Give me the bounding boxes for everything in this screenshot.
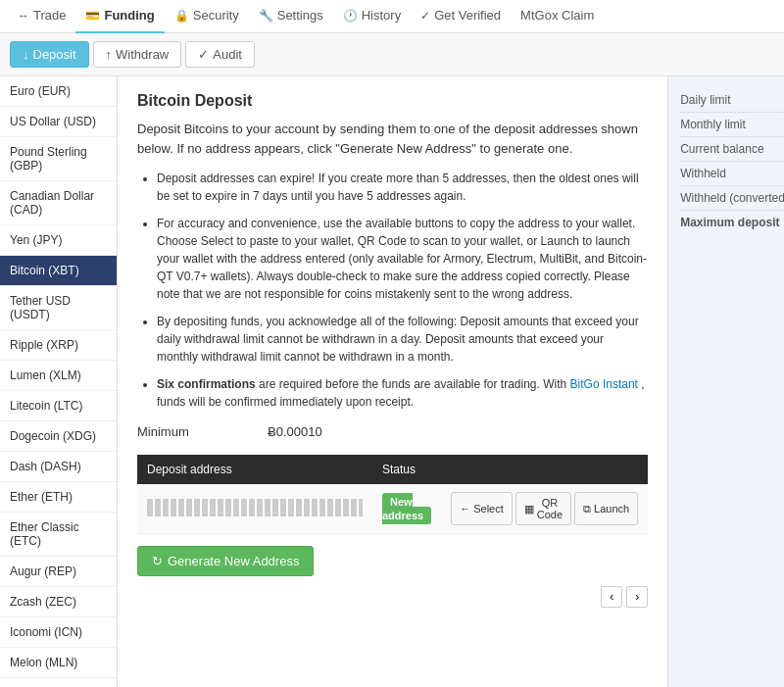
bitgo-instant-link[interactable]: BitGo Instant (570, 377, 638, 391)
sidebar-item-dash[interactable]: Dash (DASH) (0, 452, 117, 482)
right-panel: Daily limit Monthly limit Current balanc… (667, 76, 784, 687)
monthly-limit-label: Monthly limit (680, 118, 746, 131)
minimum-label: Minimum (137, 424, 189, 439)
bullet-list: Deposit addresses can expire! If you cre… (157, 170, 648, 411)
col-address: Deposit address (137, 455, 372, 484)
sidebar-item-usd[interactable]: US Dollar (USD) (0, 107, 117, 137)
nav-getverified[interactable]: ✓ Get Verified (411, 0, 511, 33)
action-buttons: ← Select ▦ QR Code ⧉ Launch (451, 492, 638, 525)
settings-icon: 🔧 (259, 9, 273, 23)
limit-section: Daily limit Monthly limit Current balanc… (680, 88, 784, 234)
withdraw-btn[interactable]: ↑ Withdraw (93, 41, 182, 68)
minimum-row: Minimum Ƀ0.00010 (137, 424, 648, 439)
sidebar-item-gbp[interactable]: Pound Sterling (GBP) (0, 137, 117, 181)
minimum-value: Ƀ0.00010 (268, 424, 322, 439)
sub-nav: ↓ Deposit ↑ Withdraw ✓ Audit (0, 33, 784, 76)
sidebar-item-xmr[interactable]: Monero (XMR) (0, 678, 117, 687)
current-balance-row: Current balance (680, 137, 784, 162)
withheld-converted-row: Withheld (converted) (680, 186, 784, 211)
main-content: Bitcoin Deposit Deposit Bitcoins to your… (118, 76, 667, 687)
select-icon: ← (460, 503, 470, 515)
max-deposit-label: Maximum deposit (680, 216, 779, 229)
sidebar-item-mln[interactable]: Melon (MLN) (0, 648, 117, 678)
launch-icon: ⧉ (583, 503, 591, 515)
funding-icon: 💳 (85, 9, 100, 23)
content-area: Bitcoin Deposit Deposit Bitcoins to your… (118, 76, 784, 687)
top-nav: ↔ Trade 💳 Funding 🔒 Security 🔧 Settings … (0, 0, 784, 33)
address-cell (137, 484, 372, 534)
sidebar-item-eth[interactable]: Ether (ETH) (0, 482, 117, 513)
table-header-row: Deposit address Status (137, 455, 648, 484)
sidebar-item-zec[interactable]: Zcash (ZEC) (0, 587, 117, 617)
sidebar: Euro (EUR) US Dollar (USD) Pound Sterlin… (0, 76, 118, 687)
sidebar-item-xlm[interactable]: Lumen (XLM) (0, 361, 117, 391)
nav-history[interactable]: 🕐 History (333, 0, 411, 33)
col-status: Status (372, 455, 441, 484)
sidebar-item-etc[interactable]: Ether Classic (ETC) (0, 513, 117, 557)
qr-icon: ▦ (524, 503, 534, 515)
withdraw-icon: ↑ (106, 47, 113, 62)
nav-trade[interactable]: ↔ Trade (8, 0, 75, 33)
main-layout: Euro (EUR) US Dollar (USD) Pound Sterlin… (0, 76, 784, 687)
daily-limit-label: Daily limit (680, 93, 730, 107)
sidebar-item-usdt[interactable]: Tether USD (USDT) (0, 286, 117, 330)
next-page-btn[interactable]: › (626, 586, 648, 608)
audit-btn[interactable]: ✓ Audit (185, 41, 255, 68)
security-icon: 🔒 (174, 9, 189, 23)
sidebar-item-eur[interactable]: Euro (EUR) (0, 76, 117, 107)
pagination: ‹ › (137, 586, 648, 608)
nav-mtgox[interactable]: MtGox Claim (511, 0, 604, 33)
bullet-4: Six confirmations are required before th… (157, 375, 648, 411)
table-row: New address ← Select ▦ QR Code (137, 484, 648, 534)
withheld-converted-label: Withheld (converted) (680, 191, 784, 205)
sidebar-item-rep[interactable]: Augur (REP) (0, 557, 117, 587)
sidebar-item-jpy[interactable]: Yen (JPY) (0, 225, 117, 256)
prev-page-btn[interactable]: ‹ (601, 586, 622, 608)
select-btn[interactable]: ← Select (451, 492, 513, 525)
status-badge: New address (382, 493, 431, 524)
bullet-3: By depositing funds, you acknowledge all… (157, 313, 648, 366)
sidebar-item-cad[interactable]: Canadian Dollar (CAD) (0, 181, 117, 225)
deposit-icon: ↓ (23, 47, 29, 62)
history-icon: 🕐 (343, 9, 358, 23)
current-balance-label: Current balance (680, 142, 763, 156)
col-actions (441, 455, 648, 484)
bullet-1: Deposit addresses can expire! If you cre… (157, 170, 648, 205)
deposit-btn[interactable]: ↓ Deposit (10, 41, 89, 68)
deposit-table: Deposit address Status New address (137, 455, 648, 534)
qrcode-btn[interactable]: ▦ QR Code (515, 492, 571, 525)
sidebar-item-xbt[interactable]: Bitcoin (XBT) (0, 256, 117, 286)
trade-icon: ↔ (18, 9, 29, 23)
page-title: Bitcoin Deposit (137, 92, 648, 110)
max-deposit-row: Maximum deposit (680, 211, 784, 234)
withheld-row: Withheld (680, 162, 784, 186)
audit-icon: ✓ (198, 47, 209, 62)
nav-security[interactable]: 🔒 Security (165, 0, 249, 33)
withheld-label: Withheld (680, 167, 726, 180)
bullet-2: For accuracy and convenience, use the av… (157, 215, 648, 303)
action-cell: ← Select ▦ QR Code ⧉ Launch (441, 484, 648, 534)
sidebar-item-ltc[interactable]: Litecoin (LTC) (0, 391, 117, 421)
limit-monthly-row: Monthly limit (680, 113, 784, 137)
launch-btn[interactable]: ⧉ Launch (574, 492, 638, 525)
verified-icon: ✓ (420, 9, 430, 23)
nav-funding[interactable]: 💳 Funding (75, 0, 164, 33)
sidebar-item-xrp[interactable]: Ripple (XRP) (0, 330, 117, 361)
generate-address-btn[interactable]: ↻ Generate New Address (137, 546, 314, 576)
limit-daily-row: Daily limit (680, 88, 784, 113)
six-confirmations-label: Six confirmations (157, 377, 256, 391)
intro-text: Deposit Bitcoins to your account by send… (137, 120, 648, 158)
sidebar-item-xdg[interactable]: Dogecoin (XDG) (0, 421, 117, 452)
refresh-icon: ↻ (152, 554, 163, 568)
address-placeholder (147, 499, 363, 516)
nav-settings[interactable]: 🔧 Settings (249, 0, 333, 33)
sidebar-item-icn[interactable]: Iconomi (ICN) (0, 617, 117, 648)
status-cell: New address (372, 484, 441, 534)
